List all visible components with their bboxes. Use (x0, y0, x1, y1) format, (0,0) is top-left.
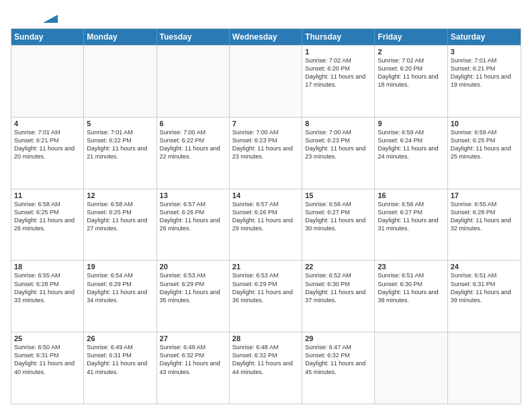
day-number: 26 (87, 334, 153, 342)
calendar: SundayMondayTuesdayWednesdayThursdayFrid… (11, 28, 521, 404)
calendar-week-row: 4Sunrise: 7:01 AM Sunset: 6:21 PM Daylig… (11, 117, 521, 189)
calendar-header-cell: Wednesday (230, 29, 302, 45)
day-number: 16 (378, 191, 444, 199)
calendar-cell: 11Sunrise: 6:58 AM Sunset: 6:25 PM Dayli… (11, 189, 84, 261)
day-info: Sunrise: 6:55 AM Sunset: 6:28 PM Dayligh… (451, 200, 518, 233)
day-info: Sunrise: 7:02 AM Sunset: 6:20 PM Dayligh… (378, 56, 444, 89)
day-number: 13 (160, 191, 226, 199)
logo-icon (43, 8, 58, 23)
day-number: 22 (305, 263, 371, 271)
calendar-cell: 24Sunrise: 6:51 AM Sunset: 6:31 PM Dayli… (448, 261, 521, 332)
day-number: 18 (14, 263, 81, 271)
calendar-week-row: 18Sunrise: 6:55 AM Sunset: 6:28 PM Dayli… (11, 260, 521, 332)
day-number: 19 (87, 263, 153, 271)
day-info: Sunrise: 7:00 AM Sunset: 6:23 PM Dayligh… (232, 128, 299, 161)
calendar-cell (448, 332, 521, 404)
calendar-cell (375, 332, 447, 404)
calendar-cell: 21Sunrise: 6:53 AM Sunset: 6:29 PM Dayli… (230, 261, 302, 332)
day-info: Sunrise: 6:56 AM Sunset: 6:27 PM Dayligh… (378, 200, 444, 233)
calendar-header-cell: Monday (84, 29, 157, 45)
day-number: 21 (232, 263, 299, 271)
calendar-cell (157, 46, 230, 117)
calendar-cell: 2Sunrise: 7:02 AM Sunset: 6:20 PM Daylig… (375, 46, 447, 117)
day-number: 2 (378, 48, 444, 56)
calendar-cell (230, 46, 302, 117)
calendar-header-cell: Tuesday (157, 29, 230, 45)
day-number: 29 (305, 334, 371, 342)
calendar-cell: 18Sunrise: 6:55 AM Sunset: 6:28 PM Dayli… (11, 261, 84, 332)
day-info: Sunrise: 7:01 AM Sunset: 6:22 PM Dayligh… (87, 128, 153, 161)
calendar-cell: 23Sunrise: 6:51 AM Sunset: 6:30 PM Dayli… (375, 261, 447, 332)
calendar-header-cell: Saturday (448, 29, 521, 45)
day-info: Sunrise: 6:49 AM Sunset: 6:31 PM Dayligh… (87, 343, 153, 376)
calendar-week-row: 11Sunrise: 6:58 AM Sunset: 6:25 PM Dayli… (11, 189, 521, 261)
calendar-body: 1Sunrise: 7:02 AM Sunset: 6:20 PM Daylig… (11, 45, 521, 404)
day-info: Sunrise: 6:59 AM Sunset: 6:25 PM Dayligh… (451, 128, 518, 161)
day-info: Sunrise: 6:47 AM Sunset: 6:32 PM Dayligh… (305, 343, 371, 376)
calendar-cell: 27Sunrise: 6:49 AM Sunset: 6:32 PM Dayli… (157, 332, 230, 404)
page-header (11, 11, 521, 23)
calendar-cell: 7Sunrise: 7:00 AM Sunset: 6:23 PM Daylig… (230, 118, 302, 189)
day-info: Sunrise: 7:00 AM Sunset: 6:22 PM Dayligh… (160, 128, 226, 161)
day-info: Sunrise: 6:51 AM Sunset: 6:31 PM Dayligh… (451, 271, 518, 304)
day-info: Sunrise: 6:56 AM Sunset: 6:27 PM Dayligh… (305, 200, 371, 233)
calendar-cell: 15Sunrise: 6:56 AM Sunset: 6:27 PM Dayli… (302, 189, 375, 261)
day-info: Sunrise: 6:58 AM Sunset: 6:25 PM Dayligh… (87, 200, 153, 233)
calendar-header-cell: Friday (375, 29, 447, 45)
calendar-header-row: SundayMondayTuesdayWednesdayThursdayFrid… (11, 29, 521, 45)
calendar-cell (11, 46, 84, 117)
svg-marker-0 (43, 15, 58, 23)
day-info: Sunrise: 6:57 AM Sunset: 6:26 PM Dayligh… (160, 200, 226, 233)
calendar-cell: 20Sunrise: 6:53 AM Sunset: 6:29 PM Dayli… (157, 261, 230, 332)
calendar-week-row: 1Sunrise: 7:02 AM Sunset: 6:20 PM Daylig… (11, 45, 521, 117)
calendar-cell: 16Sunrise: 6:56 AM Sunset: 6:27 PM Dayli… (375, 189, 447, 261)
day-info: Sunrise: 7:01 AM Sunset: 6:21 PM Dayligh… (14, 128, 81, 161)
day-info: Sunrise: 7:02 AM Sunset: 6:20 PM Dayligh… (305, 56, 371, 89)
day-info: Sunrise: 6:54 AM Sunset: 6:29 PM Dayligh… (87, 271, 153, 304)
day-number: 7 (232, 120, 299, 128)
day-info: Sunrise: 6:48 AM Sunset: 6:32 PM Dayligh… (232, 343, 299, 376)
calendar-cell: 5Sunrise: 7:01 AM Sunset: 6:22 PM Daylig… (84, 118, 157, 189)
day-info: Sunrise: 7:01 AM Sunset: 6:21 PM Dayligh… (451, 56, 518, 89)
day-info: Sunrise: 6:51 AM Sunset: 6:30 PM Dayligh… (378, 271, 444, 304)
calendar-cell: 13Sunrise: 6:57 AM Sunset: 6:26 PM Dayli… (157, 189, 230, 261)
day-number: 5 (87, 120, 153, 128)
day-number: 17 (451, 191, 518, 199)
day-number: 10 (451, 120, 518, 128)
day-number: 25 (14, 334, 81, 342)
day-number: 6 (160, 120, 226, 128)
calendar-header-cell: Thursday (302, 29, 375, 45)
day-info: Sunrise: 6:52 AM Sunset: 6:30 PM Dayligh… (305, 271, 371, 304)
day-info: Sunrise: 6:50 AM Sunset: 6:31 PM Dayligh… (14, 343, 81, 376)
day-info: Sunrise: 7:00 AM Sunset: 6:23 PM Dayligh… (305, 128, 371, 161)
calendar-cell: 10Sunrise: 6:59 AM Sunset: 6:25 PM Dayli… (448, 118, 521, 189)
calendar-cell: 8Sunrise: 7:00 AM Sunset: 6:23 PM Daylig… (302, 118, 375, 189)
day-number: 9 (378, 120, 444, 128)
day-info: Sunrise: 6:53 AM Sunset: 6:29 PM Dayligh… (232, 271, 299, 304)
calendar-cell: 3Sunrise: 7:01 AM Sunset: 6:21 PM Daylig… (448, 46, 521, 117)
day-number: 8 (305, 120, 371, 128)
logo (11, 11, 58, 23)
day-number: 14 (232, 191, 299, 199)
calendar-week-row: 25Sunrise: 6:50 AM Sunset: 6:31 PM Dayli… (11, 332, 521, 404)
day-number: 1 (305, 48, 371, 56)
day-info: Sunrise: 6:49 AM Sunset: 6:32 PM Dayligh… (160, 343, 226, 376)
day-info: Sunrise: 6:59 AM Sunset: 6:24 PM Dayligh… (378, 128, 444, 161)
day-info: Sunrise: 6:58 AM Sunset: 6:25 PM Dayligh… (14, 200, 81, 233)
day-number: 11 (14, 191, 81, 199)
day-info: Sunrise: 6:53 AM Sunset: 6:29 PM Dayligh… (160, 271, 226, 304)
calendar-cell: 1Sunrise: 7:02 AM Sunset: 6:20 PM Daylig… (302, 46, 375, 117)
calendar-cell: 28Sunrise: 6:48 AM Sunset: 6:32 PM Dayli… (230, 332, 302, 404)
day-info: Sunrise: 6:55 AM Sunset: 6:28 PM Dayligh… (14, 271, 81, 304)
calendar-cell: 22Sunrise: 6:52 AM Sunset: 6:30 PM Dayli… (302, 261, 375, 332)
day-number: 23 (378, 263, 444, 271)
day-info: Sunrise: 6:57 AM Sunset: 6:26 PM Dayligh… (232, 200, 299, 233)
calendar-cell: 4Sunrise: 7:01 AM Sunset: 6:21 PM Daylig… (11, 118, 84, 189)
day-number: 28 (232, 334, 299, 342)
calendar-cell: 17Sunrise: 6:55 AM Sunset: 6:28 PM Dayli… (448, 189, 521, 261)
calendar-header-cell: Sunday (11, 29, 84, 45)
day-number: 20 (160, 263, 226, 271)
day-number: 3 (451, 48, 518, 56)
calendar-cell: 29Sunrise: 6:47 AM Sunset: 6:32 PM Dayli… (302, 332, 375, 404)
calendar-cell: 14Sunrise: 6:57 AM Sunset: 6:26 PM Dayli… (230, 189, 302, 261)
